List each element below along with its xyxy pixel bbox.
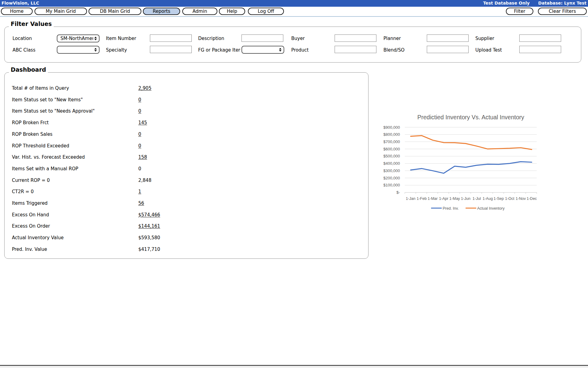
inventory-chart: Predictied Inventory Vs. Actual Inventor…: [379, 112, 550, 214]
legend-label-actual-inventory: Actual Inventory: [477, 206, 505, 211]
metric-value-actual-inventory-value: $593,580: [138, 235, 160, 241]
filter-label-fg-or-package-item: FG or Package Item: [198, 47, 240, 53]
app-title: FlowVision, LLC: [2, 1, 39, 5]
chart-ytick-label: $-: [396, 190, 400, 195]
metric-label-excess-on-hand: Excess On Hand: [12, 212, 49, 218]
chart-ytick-label: $400,000: [383, 161, 400, 166]
database-badge: Database: Lynx Test: [538, 1, 586, 5]
nav-tab-db-main-grid[interactable]: DB Main Grid: [89, 8, 141, 15]
metric-label-excess-on-order: Excess On Order: [12, 223, 50, 229]
metric-label-pred-inv-value: Pred. Inv. Value: [12, 246, 47, 252]
metric-value-item-status-set-to-new-items[interactable]: 0: [138, 97, 141, 103]
title-bar: FlowVision, LLC Test Database Only Datab…: [0, 0, 588, 7]
metric-value-item-status-set-to-needs-approval[interactable]: 0: [138, 108, 141, 114]
nav-tab-log-off[interactable]: Log Off: [248, 8, 284, 15]
chart-xtick-label: 1-Apr: [439, 197, 448, 201]
chart-ytick-label: $700,000: [383, 139, 400, 144]
chart-ytick-label: $200,000: [383, 176, 400, 180]
filter-label-item-number: Item Number: [106, 35, 149, 41]
metric-label-rop-threshold-exceeded: ROP Threshold Exceeded: [12, 143, 69, 149]
filter-label-product: Product: [291, 47, 333, 53]
chart-series-actual-inventory: [411, 135, 532, 150]
chart-ytick-label: $800,000: [383, 132, 400, 137]
filter-select-fg-or-package-item[interactable]: [241, 46, 284, 54]
filter-select-value-location: SM-NorthAmer: [60, 36, 93, 41]
nav-tab-admin[interactable]: Admin: [182, 8, 217, 15]
chart-xtick-label: 1-Mar: [428, 197, 438, 201]
chart-ytick-label: $900,000: [383, 125, 400, 130]
metric-label-actual-inventory-value: Actual Inventory Value: [12, 235, 64, 241]
metric-value-ct2r-0[interactable]: 1: [138, 189, 141, 195]
chart-ytick-label: $300,000: [383, 168, 400, 173]
metric-value-rop-threshold-exceeded[interactable]: 0: [138, 143, 141, 149]
metric-label-item-status-set-to-needs-approval: Item Status set to "Needs Approval": [12, 108, 95, 114]
nav-divider: [0, 16, 588, 17]
filter-input-specialty[interactable]: [150, 46, 192, 53]
metric-value-rop-broken-frct[interactable]: 145: [138, 120, 147, 126]
chart-xtick-label: 1-Aug: [483, 197, 493, 201]
metric-label-item-status-set-to-new-items: Item Status set to "New Items": [12, 97, 83, 103]
filter-input-buyer[interactable]: [335, 34, 376, 42]
metric-label-rop-broken-sales: ROP Broken Sales: [12, 131, 53, 137]
filter-values-legend: Filter Values: [9, 21, 54, 28]
metric-label-rop-broken-frct: ROP Broken Frct: [12, 120, 49, 126]
metric-label-current-rop-0: Current ROP = 0: [12, 177, 50, 183]
dashboard-panel: Dashboard Total # of Items in Query2,905…: [4, 72, 368, 259]
chart-xtick-label: 1-Dec: [527, 197, 537, 201]
chart-xtick-label: 1-Oct: [505, 197, 514, 201]
chart-xtick-label: 1-Jul: [473, 197, 481, 201]
legend-label-pred-inv: Pred. Inv.: [443, 206, 459, 211]
filter-label-description: Description: [198, 35, 240, 41]
stepper-icon: [94, 48, 97, 52]
metric-value-items-set-with-a-manual-rop: 0: [138, 166, 141, 172]
filter-input-blend-so[interactable]: [427, 46, 469, 53]
chart-xtick-label: 1-Jan: [406, 197, 415, 201]
filter-input-supplier[interactable]: [519, 34, 561, 42]
chart-ytick-label: $100,000: [383, 183, 400, 187]
metric-value-excess-on-order[interactable]: $144,161: [138, 223, 160, 229]
chart-ytick-label: $600,000: [383, 147, 400, 151]
bottom-strip: [0, 366, 588, 368]
chart-ytick-label: $500,000: [383, 154, 400, 158]
metric-label-total-of-items-in-query: Total # of Items in Query: [12, 85, 69, 91]
filter-label-buyer: Buyer: [291, 35, 333, 41]
filter-label-blend-so: Blend/SO: [383, 47, 426, 53]
filter-values-panel: Filter Values LocationSM-NorthAmerItem N…: [4, 27, 581, 63]
clear-filters-button[interactable]: Clear Filters: [538, 8, 587, 15]
filter-select-location[interactable]: SM-NorthAmer: [57, 34, 100, 42]
filter-button[interactable]: Filter: [506, 8, 533, 15]
filter-label-specialty: Specialty: [106, 47, 149, 53]
metric-value-current-rop-0: 2,848: [138, 177, 151, 183]
filter-input-upload-test[interactable]: [519, 46, 561, 53]
stepper-icon: [279, 48, 281, 52]
filter-label-upload-test: Upload Test: [475, 47, 518, 53]
nav-tab-my-main-grid[interactable]: My Main Grid: [34, 8, 87, 15]
filter-input-item-number[interactable]: [150, 34, 192, 42]
chart-xtick-label: 1-Sep: [494, 197, 504, 201]
nav-tab-help[interactable]: Help: [219, 8, 245, 15]
metric-label-items-set-with-a-manual-rop: Items Set with a Manual ROP: [12, 166, 78, 172]
filter-input-product[interactable]: [335, 46, 376, 53]
filter-label-planner: Planner: [383, 35, 426, 41]
filter-label-abc-class: ABC Class: [13, 47, 56, 53]
metric-label-ct2r-0: CT2R = 0: [12, 189, 34, 195]
env-badge: Test Database Only: [483, 1, 530, 5]
nav-tab-reports[interactable]: Reports: [143, 8, 180, 15]
metric-value-excess-on-hand[interactable]: $574,466: [138, 212, 160, 218]
metric-value-total-of-items-in-query[interactable]: 2,905: [138, 85, 151, 91]
filter-input-description[interactable]: [241, 34, 283, 42]
metric-value-items-triggered[interactable]: 56: [138, 200, 144, 206]
metric-value-rop-broken-sales[interactable]: 0: [138, 131, 141, 137]
metric-value-var-hist-vs-forecast-exceeded[interactable]: 158: [138, 154, 147, 160]
metric-label-var-hist-vs-forecast-exceeded: Var. Hist. vs. Forecast Exceeded: [12, 154, 85, 160]
nav-tab-home[interactable]: Home: [1, 8, 33, 15]
metric-value-pred-inv-value: $417,710: [138, 246, 160, 252]
chart-xtick-label: 1-Feb: [417, 197, 427, 201]
stepper-icon: [94, 37, 97, 40]
filter-select-abc-class[interactable]: [57, 46, 100, 54]
metric-label-items-triggered: Items Triggered: [12, 200, 48, 206]
filter-input-planner[interactable]: [427, 34, 469, 42]
chart-xtick-label: 1-May: [449, 197, 460, 201]
chart-xtick-label: 1-Nov: [516, 197, 526, 201]
dashboard-legend: Dashboard: [9, 67, 48, 74]
